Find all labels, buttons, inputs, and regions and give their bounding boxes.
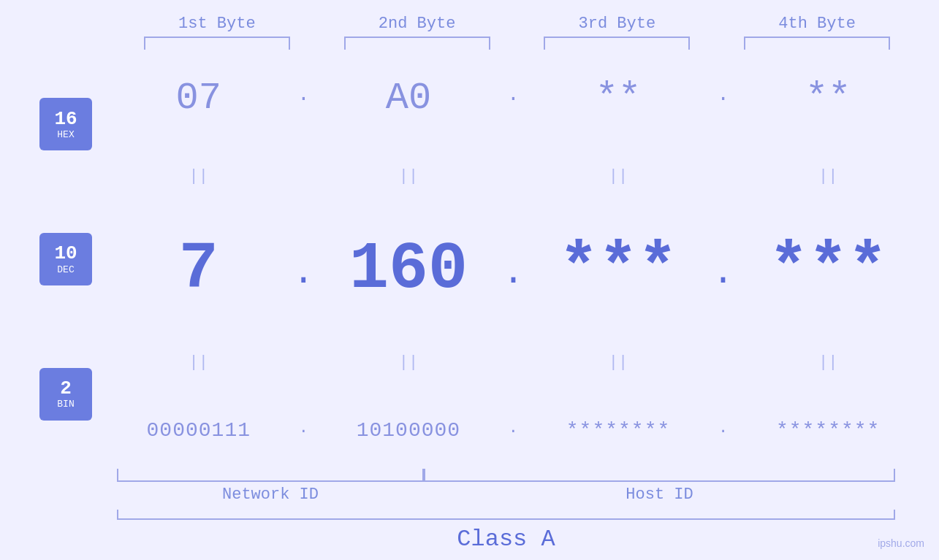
hex-b1: 07 bbox=[126, 77, 272, 120]
bottom-bracket-area: Network ID Host ID bbox=[0, 469, 939, 504]
dec-badge-label: DEC bbox=[57, 264, 74, 275]
class-bracket-area: Class A bbox=[0, 504, 939, 560]
watermark: ipshu.com bbox=[878, 537, 924, 549]
network-id-label: Network ID bbox=[117, 486, 424, 504]
equals-row-1: || || || || bbox=[110, 167, 917, 185]
dec-b3: *** bbox=[545, 232, 691, 307]
dec-dot2: . bbox=[498, 252, 528, 294]
bracket-b3 bbox=[544, 37, 690, 50]
bin-b4: ******** bbox=[755, 419, 901, 442]
hex-badge-label: HEX bbox=[57, 129, 74, 140]
hex-dot3: . bbox=[709, 83, 738, 106]
hex-b3: ** bbox=[545, 77, 691, 120]
hex-dot1: . bbox=[289, 83, 318, 106]
eq1-b2: || bbox=[335, 167, 482, 185]
bin-b3: ******** bbox=[545, 419, 691, 442]
top-bracket-row bbox=[0, 37, 939, 50]
eq2-b1: || bbox=[126, 353, 272, 372]
dec-b1: 7 bbox=[126, 232, 272, 307]
bin-dot3: . bbox=[709, 419, 738, 437]
host-id-bracket bbox=[424, 469, 895, 482]
host-id-label: Host ID bbox=[424, 486, 895, 504]
bin-b2: 10100000 bbox=[335, 419, 482, 442]
dec-dot1: . bbox=[289, 252, 318, 294]
bottom-brackets-row bbox=[117, 469, 917, 482]
bin-badge-num: 2 bbox=[60, 378, 72, 399]
bin-badge-label: BIN bbox=[57, 399, 74, 410]
bracket-b4 bbox=[744, 37, 890, 50]
bin-b1: 00000111 bbox=[126, 419, 272, 442]
main-container: 1st Byte 2nd Byte 3rd Byte 4th Byte 16 H… bbox=[0, 0, 939, 560]
dec-dot3: . bbox=[709, 252, 738, 294]
bracket-b1 bbox=[144, 37, 290, 50]
eq1-b1: || bbox=[126, 167, 272, 185]
byte2-label: 2nd Byte bbox=[344, 15, 490, 33]
hex-badge: 16 HEX bbox=[39, 98, 92, 150]
class-bracket bbox=[117, 510, 895, 520]
dec-badge-num: 10 bbox=[54, 243, 77, 264]
values-grid: 07 . A0 . ** . ** || || bbox=[110, 50, 917, 469]
dec-badge: 10 DEC bbox=[39, 233, 92, 285]
bin-badge: 2 BIN bbox=[39, 368, 92, 421]
bottom-labels-row: Network ID Host ID bbox=[117, 486, 917, 504]
network-id-bracket bbox=[117, 469, 424, 482]
hex-value-row: 07 . A0 . ** . ** bbox=[110, 77, 917, 120]
bin-dot2: . bbox=[498, 419, 528, 437]
hex-b4: ** bbox=[755, 77, 901, 120]
class-label: Class A bbox=[117, 526, 895, 553]
dec-value-row: 7 . 160 . *** . *** bbox=[110, 232, 917, 307]
hex-b2: A0 bbox=[335, 77, 482, 120]
bracket-b2 bbox=[344, 37, 490, 50]
equals-row-2: || || || || bbox=[110, 353, 917, 372]
byte-labels-row: 1st Byte 2nd Byte 3rd Byte 4th Byte bbox=[0, 15, 939, 33]
hex-badge-num: 16 bbox=[54, 109, 77, 130]
eq2-b4: || bbox=[755, 353, 901, 372]
eq1-b3: || bbox=[545, 167, 691, 185]
byte1-label: 1st Byte bbox=[144, 15, 290, 33]
dec-b2: 160 bbox=[335, 232, 482, 307]
byte4-label: 4th Byte bbox=[744, 15, 890, 33]
bin-dot1: . bbox=[289, 419, 318, 437]
dec-b4: *** bbox=[755, 232, 901, 307]
badges-column: 16 HEX 10 DEC 2 BIN bbox=[22, 50, 110, 469]
eq1-b4: || bbox=[755, 167, 901, 185]
hex-dot2: . bbox=[498, 83, 528, 106]
eq2-b3: || bbox=[545, 353, 691, 372]
bin-value-row: 00000111 . 10100000 . ******** . *******… bbox=[110, 419, 917, 442]
byte3-label: 3rd Byte bbox=[544, 15, 690, 33]
eq2-b2: || bbox=[335, 353, 482, 372]
